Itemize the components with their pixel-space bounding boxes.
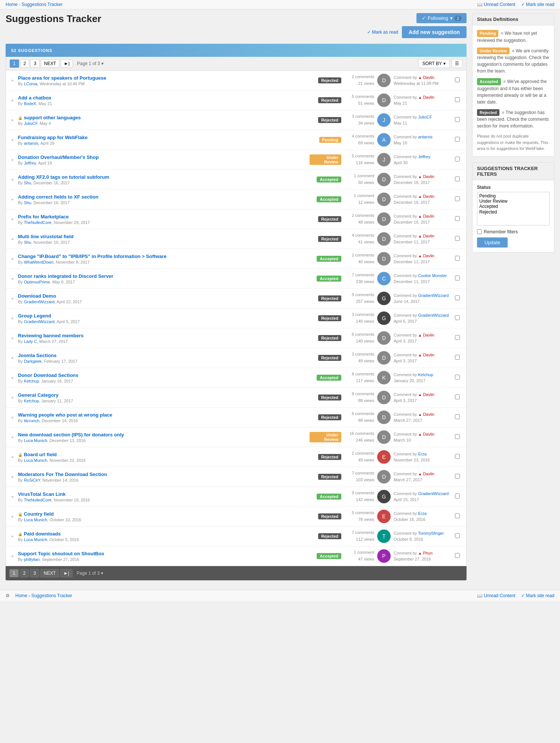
row-checkbox[interactable] (455, 335, 460, 340)
suggestion-author[interactable]: Lady C (24, 339, 37, 344)
suggestion-link[interactable]: Joomla Sections (18, 353, 56, 358)
suggestion-author[interactable]: TheNulledCore (24, 220, 52, 225)
suggestion-author[interactable]: Shu (24, 200, 31, 205)
commenter-link[interactable]: Phun (423, 551, 433, 555)
commenter-link[interactable]: Davlin (423, 353, 434, 357)
suggestion-link[interactable]: New download section (IPS) for donators … (18, 432, 124, 437)
suggestion-link[interactable]: Prefix for Marketplace (18, 214, 69, 219)
mark-as-read-link[interactable]: ✓ Mark as read (367, 30, 398, 35)
next-page-button[interactable]: NEXT (41, 59, 59, 68)
commenter-link[interactable]: Davlin (423, 472, 434, 476)
commenter-link[interactable]: GradientWizzard (418, 313, 449, 317)
row-checkbox[interactable] (455, 474, 460, 479)
mark-site-read-link[interactable]: ✓ Mark site read (521, 2, 554, 7)
suggestion-link[interactable]: Board url field (24, 452, 57, 457)
row-checkbox[interactable] (455, 216, 460, 221)
remember-filters-checkbox[interactable] (477, 229, 482, 234)
commenter-link[interactable]: Davlin (423, 214, 434, 218)
row-checkbox[interactable] (455, 494, 460, 498)
suggestion-author[interactable]: phillylian (24, 557, 40, 562)
row-checkbox[interactable] (455, 137, 460, 142)
row-checkbox[interactable] (455, 553, 460, 558)
commenter-link[interactable]: Jeffrey (418, 154, 430, 159)
commenter-link[interactable]: GradientWizzard (418, 293, 449, 298)
suggestion-link[interactable]: Country field (24, 511, 54, 517)
commenter-link[interactable]: Ketchup (418, 372, 433, 377)
suggestion-author[interactable]: GradientWizzard (24, 300, 55, 304)
suggestion-link[interactable]: Reviewing banned members (18, 333, 84, 338)
commenter-link[interactable]: JulioCF (418, 115, 432, 119)
commenter-link[interactable]: Davlin (423, 194, 434, 199)
row-checkbox[interactable] (455, 77, 460, 82)
suggestion-link[interactable]: Donor ranks integrated to Discord Server (18, 273, 113, 279)
footer-suggestions-link[interactable]: Suggestions Tracker (31, 593, 72, 598)
suggestion-link[interactable]: Donation Overhaul/Member's Shop (18, 154, 99, 160)
suggestion-link[interactable]: General Category (18, 392, 58, 398)
commenter-link[interactable]: Erza (418, 452, 427, 456)
row-checkbox[interactable] (455, 157, 460, 162)
bottom-page-2-button[interactable]: 2 (20, 569, 29, 577)
row-checkbox[interactable] (455, 434, 460, 439)
bottom-last-button[interactable]: ►| (60, 569, 73, 577)
footer-home-link[interactable]: Home (15, 593, 27, 598)
row-checkbox[interactable] (455, 276, 460, 280)
suggestion-author[interactable]: Shu (24, 181, 31, 185)
commenter-link[interactable]: Davlin (423, 254, 434, 258)
suggestion-author[interactable]: Luca Munich (24, 438, 47, 443)
row-checkbox[interactable] (455, 355, 460, 360)
breadcrumb-suggestions-tracker[interactable]: Suggestions Tracker (22, 2, 62, 7)
suggestion-author[interactable]: TheNulledCore (24, 498, 52, 502)
commenter-link[interactable]: Davlin (423, 75, 434, 80)
suggestion-author[interactable]: Luca Munich (24, 537, 47, 542)
suggestion-link[interactable]: Warning people who post at wrong place (18, 412, 112, 418)
suggestion-link[interactable]: Fundraising app for WebFlake (18, 135, 87, 140)
commenter-link[interactable]: Davlin (423, 95, 434, 99)
suggestion-link[interactable]: Change "IP.Board" to "IPB/IPS" in Profil… (18, 254, 167, 259)
suggestion-link[interactable]: Paid downloads (24, 531, 61, 537)
update-filters-button[interactable]: Update (477, 237, 508, 248)
row-checkbox[interactable] (455, 236, 460, 241)
suggestion-link[interactable]: support other languages (24, 115, 81, 120)
commenter-link[interactable]: GradientWizzard (418, 491, 449, 496)
bottom-page-3-button[interactable]: 3 (30, 569, 39, 577)
suggestion-author[interactable]: OptimusPrime (24, 280, 50, 284)
row-checkbox[interactable] (455, 256, 460, 261)
commenter-link[interactable]: Davlin (423, 432, 434, 436)
suggestion-link[interactable]: Multi line virustotal field (18, 234, 74, 239)
suggestion-author[interactable]: GradientWizzard (24, 319, 55, 324)
suggestion-link[interactable]: VirusTotal Scan Link (18, 491, 65, 497)
row-checkbox[interactable] (455, 97, 460, 102)
bottom-page-1-button[interactable]: 1 (9, 569, 19, 577)
commenter-link[interactable]: Davlin (423, 333, 434, 337)
row-checkbox[interactable] (455, 394, 460, 399)
unread-content-link[interactable]: 📖 Unread Content (477, 2, 516, 7)
suggestion-author[interactable]: RoSiCkY (24, 478, 40, 482)
last-page-button[interactable]: ►| (61, 59, 73, 68)
commenter-link[interactable]: Davlin (423, 392, 434, 397)
row-checkbox[interactable] (455, 196, 460, 201)
breadcrumb-home[interactable]: Home (6, 2, 18, 7)
suggestion-author[interactable]: JulioCF (24, 121, 37, 126)
suggestion-link[interactable]: Place area for speakers of Portuguese (18, 75, 106, 81)
suggestion-link[interactable]: Add a chatbox (18, 95, 52, 101)
following-button[interactable]: ✓ Following ▾ 2 (416, 13, 467, 23)
row-checkbox[interactable] (455, 375, 460, 380)
suggestion-link[interactable]: Group Legend (18, 313, 51, 319)
suggestion-author[interactable]: Luca Munich (24, 518, 47, 522)
suggestion-author[interactable]: Darkgeek (24, 359, 41, 363)
suggestion-author[interactable]: antarsis (24, 141, 39, 145)
page-3-button[interactable]: 3 (30, 59, 40, 68)
add-new-suggestion-button[interactable]: Add new suggestion (402, 26, 467, 38)
view-toggle-button[interactable]: ☰ (452, 59, 462, 68)
suggestion-author[interactable]: Ketchup (24, 379, 39, 383)
row-checkbox[interactable] (455, 414, 460, 419)
row-checkbox[interactable] (455, 454, 460, 459)
commenter-link[interactable]: Tommy5finger (418, 531, 444, 535)
suggestion-author[interactable]: LCoroa (24, 82, 37, 86)
suggestion-link[interactable]: Support Topic shoutout on ShoutBox (18, 551, 104, 556)
commenter-link[interactable]: Davlin (423, 174, 434, 179)
row-checkbox[interactable] (455, 176, 460, 181)
suggestion-link[interactable]: Adding XF2.0 tags on tutorial subforum (18, 174, 109, 180)
footer-mark-site-read[interactable]: ✓ Mark site read (521, 593, 554, 598)
suggestion-author[interactable]: Jeffrey (24, 161, 36, 165)
